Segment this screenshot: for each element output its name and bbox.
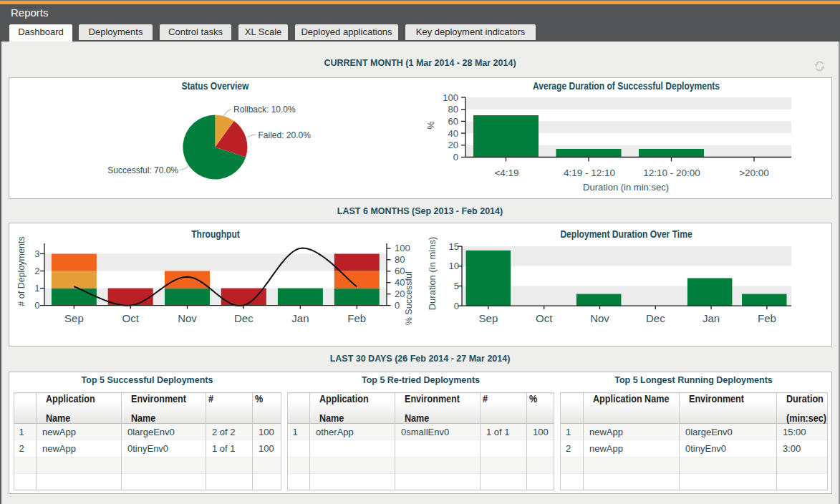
- svg-text:20: 20: [395, 289, 405, 299]
- svg-text:2: 2: [34, 266, 39, 276]
- svg-text:# of Deployments: # of Deployments: [16, 236, 26, 306]
- svg-text:Dec: Dec: [234, 312, 254, 324]
- svg-text:Successful: 70.0%: Successful: 70.0%: [107, 165, 178, 175]
- svg-text:0: 0: [454, 301, 459, 311]
- svg-text:Duration (in min:sec): Duration (in min:sec): [583, 182, 669, 193]
- svg-text:60: 60: [395, 266, 405, 276]
- svg-text:5: 5: [454, 281, 459, 291]
- svg-text:Rollback: 10.0%: Rollback: 10.0%: [233, 105, 296, 115]
- svg-text:80: 80: [448, 104, 458, 115]
- svg-text:40: 40: [448, 128, 458, 139]
- svg-text:<4:19: <4:19: [494, 168, 518, 178]
- svg-text:Failed: 20.0%: Failed: 20.0%: [259, 130, 312, 140]
- svg-text:Nov: Nov: [590, 312, 609, 324]
- svg-text:Oct: Oct: [536, 312, 553, 324]
- svg-text:Oct: Oct: [122, 312, 140, 324]
- svg-text:0: 0: [395, 300, 400, 311]
- svg-text:%: %: [425, 121, 436, 130]
- svg-text:40: 40: [395, 277, 405, 288]
- svg-text:12:10 - 20:00: 12:10 - 20:00: [643, 168, 700, 178]
- svg-text:Status Overview: Status Overview: [182, 79, 249, 92]
- svg-text:Sep: Sep: [479, 312, 498, 324]
- svg-text:60: 60: [448, 116, 458, 127]
- svg-text:Jan: Jan: [703, 312, 720, 324]
- svg-text:3: 3: [34, 248, 39, 259]
- svg-text:Jan: Jan: [291, 312, 309, 324]
- svg-text:100: 100: [395, 243, 410, 253]
- svg-text:Throughput: Throughput: [191, 228, 240, 241]
- svg-text:Duration (in mins): Duration (in mins): [427, 237, 438, 311]
- svg-text:>20:00: >20:00: [739, 168, 769, 178]
- svg-text:100: 100: [443, 92, 458, 103]
- svg-text:0: 0: [34, 300, 39, 311]
- svg-text:Average Duration of Successful: Average Duration of Successful Deploymen…: [533, 79, 720, 92]
- svg-text:80: 80: [395, 254, 405, 265]
- svg-text:1: 1: [34, 283, 39, 294]
- svg-text:15: 15: [449, 241, 459, 252]
- svg-text:Nov: Nov: [178, 312, 197, 324]
- svg-text:% Successful: % Successful: [405, 271, 415, 325]
- svg-text:10: 10: [449, 261, 459, 271]
- svg-text:0: 0: [453, 152, 458, 163]
- svg-text:Feb: Feb: [347, 312, 366, 324]
- svg-text:20: 20: [448, 140, 458, 150]
- svg-text:Feb: Feb: [758, 312, 776, 324]
- svg-text:Deployment Duration Over Time: Deployment Duration Over Time: [560, 228, 692, 241]
- svg-text:Sep: Sep: [64, 312, 84, 324]
- svg-text:4:19 - 12:10: 4:19 - 12:10: [564, 168, 615, 178]
- svg-text:Dec: Dec: [646, 312, 665, 324]
